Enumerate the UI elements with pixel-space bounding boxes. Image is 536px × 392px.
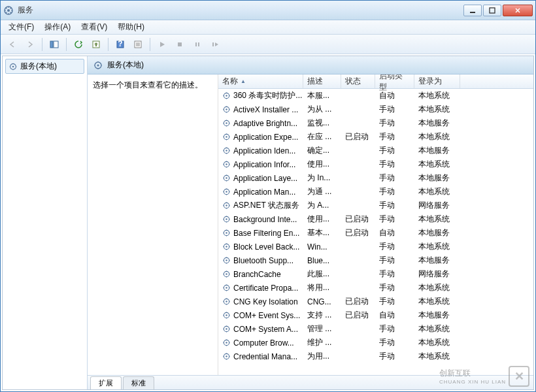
service-list: 名称 描述 状态 启动类型 登录为 360 杀毒实时防护...本服...自动本地…: [218, 74, 533, 375]
table-row[interactable]: Adaptive Brightn...监视...手动本地服务: [218, 116, 533, 130]
cell-logon: 本地服务: [414, 255, 460, 266]
table-row[interactable]: Computer Brow...维护 ...手动本地系统: [218, 336, 533, 350]
table-row[interactable]: Application Iden...确定...手动本地服务: [218, 144, 533, 157]
gear-icon: [8, 62, 18, 71]
table-row[interactable]: 360 杀毒实时防护...本服...自动本地系统: [218, 89, 533, 103]
watermark: 创新互联 CHUANG XIN HU LIAN ✕: [439, 366, 529, 387]
separator: [108, 38, 109, 51]
cell-logon: 本地系统: [414, 241, 460, 252]
cell-startup: 自动: [375, 227, 414, 238]
titlebar[interactable]: 服务: [1, 1, 535, 20]
start-service-button[interactable]: [154, 37, 170, 52]
svg-point-46: [226, 259, 227, 261]
cell-logon: 本地服务: [414, 118, 460, 129]
back-button[interactable]: [5, 37, 20, 52]
table-row[interactable]: BranchCache此服...手动网络服务: [218, 267, 533, 281]
table-row[interactable]: Block Level Back...Win...手动本地系统: [218, 240, 533, 253]
cell-status: 已启动: [341, 227, 375, 238]
tree-pane[interactable]: 服务(本地): [3, 56, 88, 389]
restart-service-button[interactable]: [207, 37, 223, 52]
cell-startup: 手动: [375, 296, 414, 307]
cell-name: 360 杀毒实时防护...: [218, 90, 303, 101]
cell-logon: 本地系统: [414, 296, 460, 307]
close-button[interactable]: [503, 5, 533, 16]
menu-view[interactable]: 查看(V): [76, 20, 112, 34]
cell-desc: 为 In...: [303, 172, 341, 184]
col-status[interactable]: 状态: [341, 74, 375, 88]
table-row[interactable]: COM+ Event Sys...支持 ...已启动自动本地服务: [218, 308, 533, 322]
cell-desc: 本服...: [303, 90, 341, 101]
cell-name: Certificate Propa...: [218, 284, 303, 293]
cell-desc: 为通 ...: [303, 186, 341, 197]
cell-name: Block Level Back...: [218, 242, 303, 252]
tab-standard[interactable]: 标准: [123, 376, 154, 389]
col-logon[interactable]: 登录为: [414, 74, 460, 88]
table-row[interactable]: Application Infor...使用...手动本地系统: [218, 157, 533, 171]
tree-root-item[interactable]: 服务(本地): [5, 59, 84, 74]
cell-name: Base Filtering En...: [218, 229, 303, 238]
show-hide-tree-button[interactable]: [46, 37, 62, 52]
table-row[interactable]: Application Man...为通 ...手动本地系统: [218, 185, 533, 199]
cell-name: CNG Key Isolation: [218, 297, 303, 306]
table-row[interactable]: ASP.NET 状态服务为 A...手动网络服务: [218, 199, 533, 212]
table-row[interactable]: Base Filtering En...基本...已启动自动本地服务: [218, 226, 533, 240]
cell-logon: 本地系统: [414, 131, 460, 142]
col-name[interactable]: 名称: [218, 74, 303, 88]
content-area: 服务(本地) 服务(本地) 选择一个项目来查看它的描述。 名称 描述 状态 启动…: [2, 56, 534, 390]
table-row[interactable]: Bluetooth Supp...Blue...手动本地服务: [218, 253, 533, 267]
separator: [42, 38, 42, 51]
tab-extended[interactable]: 扩展: [90, 376, 122, 389]
menubar: 文件(F) 操作(A) 查看(V) 帮助(H): [1, 20, 535, 35]
col-startup[interactable]: 启动类型: [375, 74, 414, 88]
menu-action[interactable]: 操作(A): [39, 20, 76, 34]
svg-rect-3: [490, 8, 495, 13]
svg-text:?: ?: [118, 40, 122, 48]
cell-logon: 本地服务: [414, 145, 460, 156]
menu-help[interactable]: 帮助(H): [112, 20, 150, 34]
export-button[interactable]: [88, 37, 104, 52]
table-row[interactable]: Background Inte...使用...已启动手动本地系统: [218, 212, 533, 226]
separator: [150, 38, 150, 51]
cell-startup: 手动: [375, 323, 414, 335]
help-button[interactable]: ?: [112, 37, 128, 52]
maximize-button[interactable]: [483, 5, 501, 16]
cell-startup: 手动: [375, 214, 414, 225]
table-row[interactable]: CNG Key IsolationCNG...已启动手动本地系统: [218, 295, 533, 308]
watermark-brand: 创新互联: [439, 368, 506, 379]
col-desc[interactable]: 描述: [303, 74, 341, 88]
svg-rect-14: [195, 42, 197, 46]
details-header: 服务(本地): [88, 56, 533, 74]
cell-logon: 本地系统: [414, 90, 460, 101]
svg-point-56: [226, 328, 227, 329]
table-row[interactable]: COM+ System A...管理 ...手动本地系统: [218, 322, 533, 336]
cell-logon: 本地系统: [414, 214, 460, 225]
description-hint: 选择一个项目来查看它的描述。: [93, 80, 203, 90]
table-row[interactable]: Application Laye...为 In...手动本地服务: [218, 171, 533, 185]
cell-desc: 基本...: [303, 227, 341, 238]
cell-logon: 本地服务: [414, 310, 460, 321]
cell-logon: 本地系统: [414, 282, 460, 293]
stop-service-button[interactable]: [172, 37, 188, 52]
cell-startup: 自动: [375, 310, 414, 321]
properties-button[interactable]: [130, 37, 146, 52]
cell-startup: 手动: [375, 269, 414, 280]
cell-name: Application Expe...: [218, 133, 303, 142]
pause-service-button[interactable]: [190, 37, 205, 52]
cell-status: 已启动: [341, 131, 375, 142]
cell-desc: 确定...: [303, 145, 341, 156]
table-row[interactable]: Application Expe...在应 ...已启动手动本地系统: [218, 130, 533, 144]
cell-desc: 为用...: [303, 351, 341, 362]
tree-root-label: 服务(本地): [20, 61, 57, 72]
table-row[interactable]: ActiveX Installer ...为从 ...手动本地系统: [218, 103, 533, 116]
window-title: 服务: [18, 5, 463, 16]
cell-name: ActiveX Installer ...: [218, 105, 303, 114]
cell-name: COM+ System A...: [218, 325, 303, 334]
menu-file[interactable]: 文件(F): [3, 20, 39, 34]
forward-button[interactable]: [22, 37, 38, 52]
svg-point-26: [226, 122, 227, 123]
table-row[interactable]: Credential Mana...为用...手动本地系统: [218, 350, 533, 363]
minimize-button[interactable]: [463, 5, 482, 16]
table-row[interactable]: Certificate Propa...将用...手动本地系统: [218, 281, 533, 295]
service-rows[interactable]: 360 杀毒实时防护...本服...自动本地系统ActiveX Installe…: [218, 89, 533, 375]
refresh-button[interactable]: [71, 37, 86, 52]
